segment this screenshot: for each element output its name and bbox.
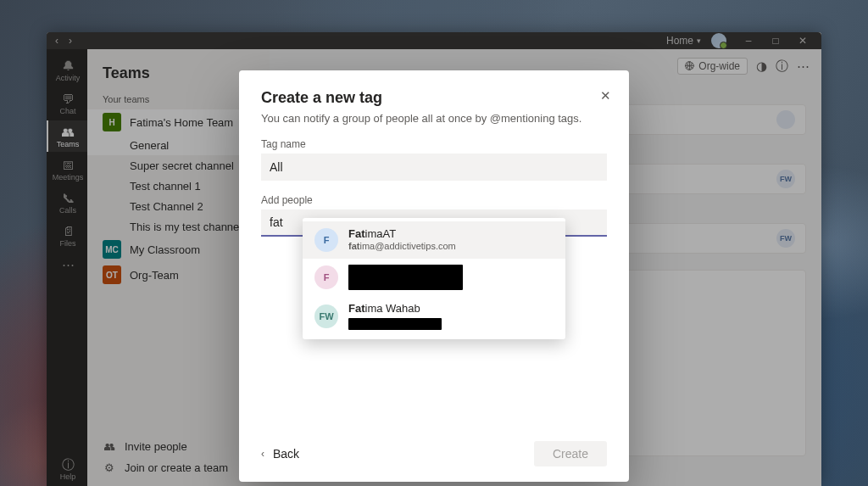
suggestion-name: Fatima Wahab — [348, 302, 442, 315]
suggestion-row[interactable]: F FatimaAT fatima@addictivetips.com — [303, 221, 565, 259]
tag-name-input[interactable] — [261, 154, 607, 181]
suggestion-row[interactable]: F — [303, 259, 565, 296]
add-people-label: Add people — [261, 194, 607, 206]
modal-title: Create a new tag — [261, 89, 607, 107]
create-button[interactable]: Create — [534, 441, 607, 466]
suggestion-email: fatima@addictivetips.com — [348, 241, 456, 253]
tag-name-label: Tag name — [261, 138, 607, 150]
suggestion-avatar: FW — [314, 304, 338, 328]
suggestion-avatar: F — [314, 228, 338, 252]
people-suggestions: F FatimaAT fatima@addictivetips.com F FW… — [303, 218, 565, 339]
redacted-email — [348, 318, 442, 330]
teams-window: ‹ › Home ▾ – □ ✕ 🔔︎ Activity 💬︎ Chat — [47, 32, 821, 486]
suggestion-name: FatimaAT — [348, 227, 456, 241]
redacted-name — [348, 265, 463, 290]
modal-subtitle: You can notify a group of people all at … — [261, 112, 607, 125]
close-button[interactable]: ✕ — [597, 87, 614, 104]
suggestion-row[interactable]: FW Fatima Wahab — [303, 296, 565, 336]
suggestion-avatar: F — [314, 265, 338, 289]
back-button[interactable]: ‹ Back — [261, 447, 299, 461]
chevron-left-icon: ‹ — [261, 448, 264, 460]
